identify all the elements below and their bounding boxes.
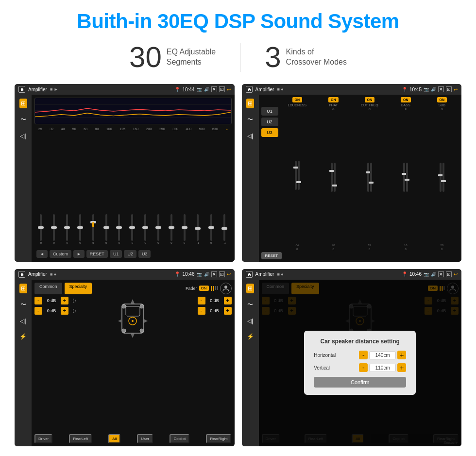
back-icon-3[interactable]: ↩ [227,271,231,277]
tab-common-1[interactable]: Common [34,283,62,294]
eq-slider-3[interactable]: 0 [79,214,81,244]
u3-button[interactable]: U3 [138,250,151,258]
eq-icon-3[interactable]: ⊞ [19,284,27,293]
eq-slider-10[interactable]: 0 [170,214,172,244]
speaker-icon-3[interactable]: ◁| [18,316,27,326]
close-icon-3[interactable]: ✕ [211,271,217,277]
cutfreq-on[interactable]: ON [365,97,375,102]
bluetooth-icon-4[interactable]: ⚡ [245,332,255,341]
minimize-icon-3[interactable]: ⊡ [219,271,225,277]
wave-icon-2[interactable]: 〜 [246,114,255,125]
fader-on-badge[interactable]: ON [199,286,209,291]
speaker-icon-2[interactable]: ◁| [246,131,255,141]
wave-icon-4[interactable]: 〜 [246,299,255,310]
preset-u3[interactable]: U3 [261,128,278,137]
eq-slider-13[interactable]: 0 [210,214,212,244]
u2-button[interactable]: U2 [124,250,136,258]
sub-on[interactable]: ON [437,97,447,102]
close-icon-4[interactable]: ✕ [438,271,444,277]
db-plus-tl[interactable]: + [61,297,68,304]
wave-icon-3[interactable]: 〜 [19,299,28,310]
eq-slider-9[interactable]: 0 [157,214,159,244]
camera-icon-3: 📷 [197,272,202,277]
wave-icon-1[interactable]: 〜 [19,114,28,125]
eq-slider-2[interactable]: 0 [66,214,68,244]
back-icon-4[interactable]: ↩ [454,271,458,277]
eq-slider-4[interactable]: 5 [92,214,94,244]
minimize-icon-2[interactable]: ⊡ [446,86,452,92]
all-btn[interactable]: All [108,434,120,443]
db-plus-bl[interactable]: + [61,307,68,315]
eq-slider-11[interactable]: 0 [184,214,186,244]
screen-specialty1: Amplifier ■ ● 📍 10:46 📷 🔊 ✕ ⊡ ↩ ⊞ 〜 ◁ [15,269,235,447]
vertical-minus[interactable]: - [359,363,368,372]
rear-left-btn[interactable]: RearLeft [69,434,92,443]
cutfreq-slider-2[interactable] [370,163,372,192]
close-icon-1[interactable]: ✕ [211,86,217,92]
db-plus-tr[interactable]: + [224,297,232,304]
home-icon-4[interactable] [246,271,253,278]
tab-specialty-1[interactable]: Specialty [65,283,92,294]
home-icon-1[interactable] [18,86,25,93]
eq-slider-14[interactable]: -1 [223,214,226,244]
phat-slider-1[interactable] [331,163,333,192]
close-icon-2[interactable]: ✕ [438,86,444,92]
user-btn[interactable]: User [137,434,153,443]
location-icon-3: 📍 [174,271,180,277]
location-icon-4: 📍 [402,271,408,277]
eq-slider-8[interactable]: 0 [144,214,146,244]
sub-slider-2[interactable] [442,163,444,192]
speaker-icon-4[interactable]: ◁| [246,316,255,326]
bass-slider-2[interactable] [406,163,408,192]
eq-slider-1[interactable]: 0 [53,214,55,244]
prev-button[interactable]: ◄ [36,250,48,258]
preset-u1[interactable]: U1 [261,107,278,116]
preset-u2[interactable]: U2 [261,118,278,126]
vertical-plus[interactable]: + [397,363,406,372]
horizontal-minus[interactable]: - [359,351,368,359]
loudness-slider-1[interactable] [295,161,297,190]
phat-on[interactable]: ON [328,97,339,102]
reset-button-1[interactable]: RESET [86,250,108,258]
horizontal-plus[interactable]: + [397,351,406,359]
db-minus-br[interactable]: - [198,307,205,315]
db-minus-bl[interactable]: - [34,307,42,315]
eq-slider-12[interactable]: -1 [197,214,199,244]
cutfreq-slider-1[interactable] [367,163,369,192]
bass-slider-1[interactable] [403,163,405,192]
eq-sliders: 0 0 0 0 [34,135,232,246]
home-icon-2[interactable] [246,86,253,93]
copilot-btn[interactable]: Copilot [170,434,189,443]
eq-slider-6[interactable]: 0 [118,214,120,244]
modal-overlay: Car speaker distance setting Horizontal … [259,280,462,447]
loudness-slider-2[interactable] [298,161,300,190]
back-icon-1[interactable]: ↩ [227,87,231,92]
eq-slider-5[interactable]: 0 [105,214,107,244]
eq-slider-7[interactable]: 0 [131,214,133,244]
db-minus-tl[interactable]: - [34,297,42,304]
home-icon-3[interactable] [18,271,25,278]
minimize-icon-1[interactable]: ⊡ [219,86,225,92]
phat-slider-2[interactable] [334,163,336,192]
confirm-button[interactable]: Confirm [314,377,406,388]
back-icon-2[interactable]: ↩ [454,87,458,92]
eq-slider-0[interactable]: 0 [40,214,42,244]
speaker-icon-1[interactable]: ◁| [18,131,27,141]
next-button[interactable]: ► [73,250,85,258]
eq-icon-1[interactable]: ⊞ [19,99,27,108]
loudness-on[interactable]: ON [292,97,303,102]
bluetooth-icon-3[interactable]: ⚡ [18,332,28,341]
u1-button[interactable]: U1 [110,250,122,258]
driver-btn[interactable]: Driver [34,434,52,443]
eq-icon-4[interactable]: ⊞ [246,284,254,293]
eq-icon-2[interactable]: ⊞ [246,99,254,108]
db-minus-tr[interactable]: - [198,297,205,304]
rear-right-btn[interactable]: RearRight [206,434,231,443]
minimize-icon-4[interactable]: ⊡ [446,271,452,277]
custom-button[interactable]: Custom [50,250,71,258]
bass-on[interactable]: ON [401,97,411,102]
crossover-reset[interactable]: RESET [261,252,282,259]
db-plus-br[interactable]: + [224,307,232,315]
sub-slider-1[interactable] [440,163,442,192]
stat-crossover-number: 3 [265,43,281,72]
